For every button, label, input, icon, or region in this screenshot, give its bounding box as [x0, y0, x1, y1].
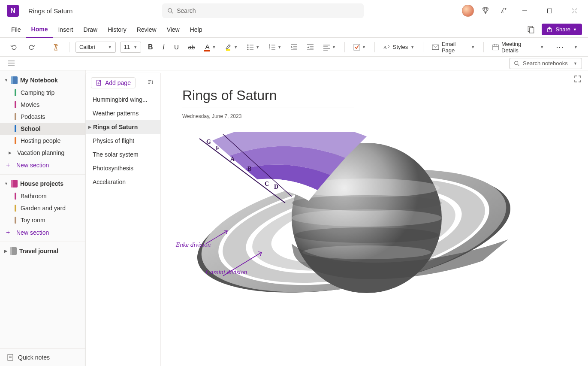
titlebar: N Rings of Saturn Search: [0, 0, 588, 21]
note-title[interactable]: Rings of Saturn: [182, 88, 567, 103]
align-button[interactable]: ▼: [321, 42, 338, 52]
notebook-header[interactable]: ▼House projects: [0, 177, 85, 190]
menu-review[interactable]: Review: [132, 21, 162, 38]
menu-home[interactable]: Home: [26, 21, 53, 38]
italic-button[interactable]: I: [160, 42, 167, 53]
svg-rect-37: [493, 45, 498, 50]
hamburger-button[interactable]: [6, 58, 16, 69]
section-color: [15, 101, 16, 108]
global-search[interactable]: Search: [162, 3, 364, 18]
section-item[interactable]: Camping trip: [0, 87, 85, 99]
highlight-button[interactable]: ▼: [223, 42, 240, 52]
sparkle-icon[interactable]: [497, 4, 510, 17]
page-name: Hummingbird wing...: [93, 96, 148, 103]
menu-history[interactable]: History: [103, 21, 132, 38]
maximize-button[interactable]: [540, 4, 560, 17]
fullscreen-button[interactable]: [574, 76, 581, 84]
more-button[interactable]: ⋯: [553, 41, 567, 54]
page-item[interactable]: Hummingbird wing...: [86, 93, 160, 106]
chevron-right-icon: ▶: [9, 151, 13, 155]
underline-button[interactable]: U: [172, 42, 181, 52]
format-painter-button[interactable]: [50, 42, 63, 53]
user-avatar[interactable]: [462, 5, 474, 17]
chevron-down-icon: ▼: [362, 45, 366, 49]
new-section-button[interactable]: +New section: [0, 159, 85, 172]
page-item[interactable]: ▶Rings of Saturn: [86, 120, 160, 134]
section-item[interactable]: Garden and yard: [0, 202, 85, 214]
redo-button[interactable]: [25, 42, 38, 52]
font-family-select[interactable]: Cailbri▼: [75, 42, 116, 53]
chevron-down-icon: ▼: [410, 45, 414, 49]
menu-draw[interactable]: Draw: [78, 21, 103, 38]
font-color-button[interactable]: A▼: [202, 41, 218, 53]
bullets-button[interactable]: ▼: [244, 42, 262, 52]
page-item[interactable]: Weather patterns: [86, 106, 160, 120]
svg-text:3: 3: [269, 48, 270, 51]
email-page-button[interactable]: Email Page▼: [429, 39, 477, 55]
page-item[interactable]: Physics of flight: [86, 134, 160, 148]
quick-notes-label: Quick notes: [18, 354, 50, 361]
page-name: Rings of Saturn: [93, 124, 138, 130]
email-icon: [432, 44, 439, 50]
app-icon: N: [7, 5, 19, 17]
menu-file[interactable]: File: [6, 21, 26, 38]
page-item[interactable]: The solar system: [86, 148, 160, 161]
chevron-down-icon: ▼: [256, 45, 259, 49]
notebook-search[interactable]: Search notebooks ▼: [509, 58, 582, 69]
section-name: Podcasts: [21, 113, 45, 120]
undo-button[interactable]: [8, 42, 21, 52]
chevron-down-icon: ▼: [332, 45, 336, 49]
section-item[interactable]: School: [0, 123, 85, 135]
cassini-division-label: Cassini division: [206, 269, 247, 276]
section-color: [15, 125, 16, 132]
notebook-header[interactable]: ▶Travel journal: [0, 245, 85, 257]
close-button[interactable]: [565, 4, 585, 17]
todo-tag-button[interactable]: ▼: [351, 42, 368, 52]
menu-help[interactable]: Help: [185, 21, 208, 38]
main-area: ▼My NotebookCamping tripMoviesPodcastsSc…: [0, 70, 588, 366]
chevron-down-icon: ▼: [573, 27, 577, 32]
enke-division-label: Enke division: [176, 241, 211, 248]
numbering-button[interactable]: 123▼: [266, 42, 284, 52]
section-item[interactable]: ▶Vacation planning: [0, 147, 85, 159]
menu-view[interactable]: View: [162, 21, 185, 38]
new-section-button[interactable]: +New section: [0, 226, 85, 239]
meeting-details-button[interactable]: Meeting Details▼: [490, 39, 546, 55]
page-item[interactable]: Accelaration: [86, 175, 160, 189]
pages-icon[interactable]: [525, 23, 537, 36]
decrease-indent-button[interactable]: [288, 42, 300, 52]
font-size-select[interactable]: 11▼: [120, 42, 141, 53]
notebook-name: House projects: [20, 180, 63, 187]
section-item[interactable]: Podcasts: [0, 111, 85, 123]
add-page-button[interactable]: Add page: [91, 77, 136, 88]
increase-indent-button[interactable]: [305, 42, 317, 52]
saturn-illustration: G F A B C D Enke division Cassini divisi…: [182, 132, 525, 330]
notebook-header[interactable]: ▼My Notebook: [0, 74, 85, 87]
section-item[interactable]: Toy room: [0, 214, 85, 226]
svg-rect-7: [530, 27, 534, 33]
quick-notes-button[interactable]: Quick notes: [0, 348, 85, 366]
minimize-button[interactable]: [515, 4, 535, 17]
section-item[interactable]: Movies: [0, 99, 85, 111]
menu-insert[interactable]: Insert: [53, 21, 78, 38]
page-item[interactable]: Photosynthesis: [86, 161, 160, 175]
chevron-down-icon: ▼: [4, 181, 8, 186]
strikethrough-button[interactable]: ab: [186, 42, 198, 52]
ribbon-collapse-button[interactable]: ▼: [571, 43, 580, 51]
add-page-label: Add page: [105, 79, 131, 86]
styles-button[interactable]: AStyles▼: [381, 42, 417, 52]
bold-button[interactable]: B: [145, 42, 156, 53]
menubar: FileHomeInsertDrawHistoryReviewViewHelp …: [0, 21, 588, 38]
section-item[interactable]: Bathroom: [0, 190, 85, 202]
diamond-icon[interactable]: [479, 4, 492, 17]
section-color: [15, 205, 16, 212]
share-button[interactable]: Share ▼: [542, 24, 582, 35]
sort-button[interactable]: [146, 78, 155, 88]
chevron-down-icon: ▼: [277, 45, 281, 49]
notebook-icon: [10, 247, 17, 255]
note-canvas[interactable]: Rings of Saturn Wednesday, June 7, 2023: [161, 70, 588, 366]
search-placeholder: Search: [177, 7, 196, 14]
page-name: Photosynthesis: [93, 165, 133, 172]
section-item[interactable]: Hosting people: [0, 135, 85, 147]
page-name: Accelaration: [93, 178, 126, 185]
